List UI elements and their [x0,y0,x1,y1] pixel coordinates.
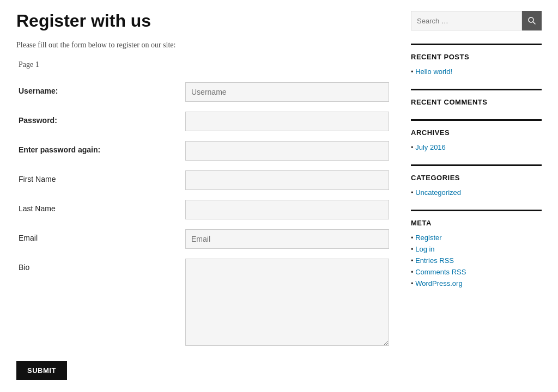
list-item: Uncategorized [411,188,542,197]
lastname-label: Last Name [16,200,185,213]
username-input[interactable] [185,82,389,102]
list-item: WordPress.org [411,279,542,287]
sidebar-section-meta: METARegisterLog inEntries RSSComments RS… [411,210,542,287]
password-label: Password: [16,112,185,125]
lastname-input[interactable] [185,200,389,219]
registration-form: Username:Password:Enter password again:F… [16,82,389,380]
list-item: July 2016 [411,143,542,151]
username-label: Username: [16,82,185,95]
sidebar-link[interactable]: WordPress.org [415,279,462,287]
lastname-row: Last Name [16,200,389,219]
intro-text: Please fill out the form below to regist… [16,41,389,50]
list-item: Register [411,234,542,242]
sidebar-link[interactable]: Entries RSS [415,256,454,265]
search-icon [528,17,536,24]
email-label: Email [16,229,185,242]
sidebar-section-title-archives: ARCHIVES [411,128,542,137]
list-item: Log in [411,245,542,253]
password-row: Password: [16,112,389,131]
password2-input[interactable] [185,141,389,161]
svg-line-1 [533,22,535,24]
sidebar-link[interactable]: July 2016 [415,143,446,151]
page-title: Register with us [16,11,389,31]
sidebar-section-title-recent-posts: RECENT POSTS [411,53,542,61]
bio-row: Bio [16,259,389,346]
firstname-row: First Name [16,170,389,190]
search-button[interactable] [522,11,542,30]
list-item: Comments RSS [411,268,542,276]
password2-label: Enter password again: [16,141,185,154]
sidebar-link[interactable]: Hello world! [415,68,452,76]
sidebar-link[interactable]: Comments RSS [415,268,466,276]
page-indicator: Page 1 [16,60,389,69]
email-input[interactable] [185,229,389,249]
sidebar-section-title-recent-comments: RECENT COMMENTS [411,98,542,106]
main-content: Register with us Please fill out the for… [16,11,389,380]
sidebar-section-title-categories: CATEGORIES [411,174,542,182]
search-box [411,11,542,30]
sidebar-link[interactable]: Uncategorized [415,188,461,197]
sidebar-link[interactable]: Register [415,234,441,242]
password-input[interactable] [185,112,389,131]
search-input[interactable] [411,11,522,30]
bio-label: Bio [16,259,185,272]
list-item: Hello world! [411,68,542,76]
sidebar-link[interactable]: Log in [415,245,434,253]
email-row: Email [16,229,389,249]
username-row: Username: [16,82,389,102]
sidebar-section-recent-comments: RECENT COMMENTS [411,89,542,106]
list-item: Entries RSS [411,256,542,265]
password2-row: Enter password again: [16,141,389,161]
sidebar-section-archives: ARCHIVESJuly 2016 [411,119,542,151]
sidebar: RECENT POSTSHello world!RECENT COMMENTSA… [411,11,542,380]
firstname-label: First Name [16,170,185,183]
firstname-input[interactable] [185,170,389,190]
submit-button[interactable]: SUBMIT [16,361,67,380]
sidebar-section-categories: CATEGORIESUncategorized [411,164,542,197]
bio-input[interactable] [185,259,389,346]
sidebar-section-title-meta: META [411,219,542,227]
sidebar-section-recent-posts: RECENT POSTSHello world! [411,44,542,76]
